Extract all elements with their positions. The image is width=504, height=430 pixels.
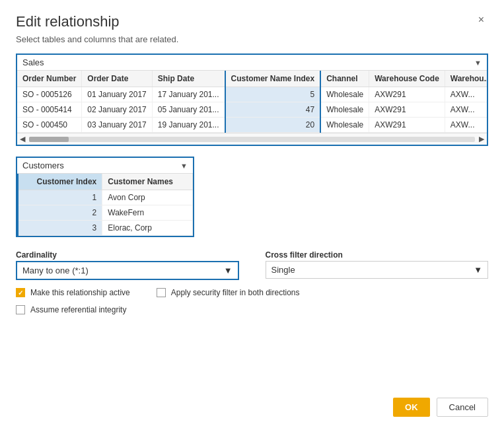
ship-date-2: 05 January 201... <box>152 102 225 118</box>
customer-name-1: Avon Corp <box>102 190 193 205</box>
sales-table-section: Sales ▼ Order Number Order Date Ship Dat… <box>16 54 488 146</box>
warehouse-abbr-2: AXW... <box>445 102 487 118</box>
customer-index-1: 1 <box>18 190 102 205</box>
order-num-2: SO - 0005414 <box>17 102 82 118</box>
crossfilter-value: Single <box>271 265 295 275</box>
customers-row-2: 2 WakeFern <box>18 205 193 221</box>
cardinality-arrow: ▼ <box>224 266 233 275</box>
cardinality-value: Many to one (*:1) <box>22 266 89 275</box>
warehouse-abbr-1: AXW... <box>445 87 487 102</box>
cni-2: 47 <box>225 102 321 118</box>
channel-2: Wholesale <box>320 102 369 118</box>
sales-dropdown[interactable]: Sales ▼ <box>17 55 487 71</box>
security-filter-label: Apply security filter in both directions <box>171 288 300 297</box>
warehouse-3: AXW291 <box>369 118 445 133</box>
ship-date-1: 17 January 201... <box>152 87 225 102</box>
channel-3: Wholesale <box>320 118 369 133</box>
dialog-subtitle: Select tables and columns that are relat… <box>16 34 488 44</box>
col-customer-names: Customer Names <box>102 174 193 190</box>
crossfilter-select[interactable]: Single ▼ <box>266 261 489 279</box>
col-ship-date: Ship Date <box>152 71 225 87</box>
scroll-left-arrow[interactable]: ◀ <box>20 135 25 143</box>
scroll-thumb[interactable] <box>29 137 69 142</box>
sales-dropdown-arrow[interactable]: ▼ <box>474 59 482 67</box>
referential-integrity-label: Assume referential integrity <box>30 305 126 314</box>
customer-name-3: Elorac, Corp <box>102 221 193 236</box>
sales-row-1: SO - 0005126 01 January 2017 17 January … <box>17 87 487 102</box>
sales-row-2: SO - 0005414 02 January 2017 05 January … <box>17 102 487 118</box>
customers-dropdown[interactable]: Customers ▼ <box>17 158 193 174</box>
sales-scrollbar[interactable]: ◀ ▶ <box>17 133 487 145</box>
col-warehouse-code: Warehouse Code <box>369 71 445 87</box>
customers-dropdown-arrow[interactable]: ▼ <box>180 162 188 170</box>
sales-data-table: Order Number Order Date Ship Date Custom… <box>17 71 487 133</box>
cardinality-group: Cardinality Many to one (*:1) ▼ <box>16 250 239 280</box>
crossfilter-label: Cross filter direction <box>266 250 489 260</box>
customers-row-1: 1 Avon Corp <box>18 190 193 205</box>
customers-header-row: Customer Index Customer Names <box>18 174 193 190</box>
referential-integrity-row: Assume referential integrity <box>16 305 488 314</box>
warehouse-2: AXW291 <box>369 102 445 118</box>
order-num-3: SO - 000450 <box>17 118 82 133</box>
channel-1: Wholesale <box>320 87 369 102</box>
active-relationship-label: Make this relationship active <box>30 288 130 297</box>
col-customer-name-index[interactable]: Customer Name Index <box>225 71 321 87</box>
col-customer-index[interactable]: Customer Index <box>18 174 102 190</box>
footer-buttons: OK Cancel <box>16 391 488 417</box>
crossfilter-group: Cross filter direction Single ▼ <box>266 250 489 280</box>
customer-name-2: WakeFern <box>102 205 193 221</box>
cni-1: 5 <box>225 87 321 102</box>
active-relationship-checkbox[interactable] <box>16 288 25 297</box>
close-button[interactable]: × <box>474 13 488 26</box>
referential-integrity-checkbox[interactable] <box>16 305 25 314</box>
col-order-date: Order Date <box>82 71 152 87</box>
security-filter-row: Apply security filter in both directions <box>157 288 300 297</box>
sales-header-row: Order Number Order Date Ship Date Custom… <box>17 71 487 87</box>
order-date-1: 01 January 2017 <box>82 87 152 102</box>
order-date-2: 02 January 2017 <box>82 102 152 118</box>
customers-table-section: Customers ▼ Customer Index Customer Name… <box>16 157 194 237</box>
scroll-right-arrow[interactable]: ▶ <box>479 135 484 143</box>
customers-data-table: Customer Index Customer Names 1 Avon Cor… <box>17 174 193 236</box>
cni-3: 20 <box>225 118 321 133</box>
col-channel: Channel <box>320 71 369 87</box>
edit-relationship-dialog: Edit relationship × Select tables and co… <box>0 0 504 430</box>
sales-table-wrapper: Order Number Order Date Ship Date Custom… <box>17 71 487 133</box>
checkboxes-row1: Make this relationship active Apply secu… <box>16 288 488 301</box>
scroll-track[interactable] <box>29 137 475 142</box>
crossfilter-arrow: ▼ <box>474 265 482 275</box>
customers-right-spacer <box>194 157 488 250</box>
col-order-number: Order Number <box>17 71 82 87</box>
cardinality-select[interactable]: Many to one (*:1) ▼ <box>16 261 239 280</box>
settings-row: Cardinality Many to one (*:1) ▼ Cross fi… <box>16 250 488 280</box>
order-num-1: SO - 0005126 <box>17 87 82 102</box>
ship-date-3: 19 January 201... <box>152 118 225 133</box>
sales-dropdown-value[interactable]: Sales <box>22 57 472 67</box>
customers-dropdown-value[interactable]: Customers <box>22 161 178 170</box>
warehouse-1: AXW291 <box>369 87 445 102</box>
col-warehouse-abbr: Warehou... <box>445 71 487 87</box>
warehouse-abbr-3: AXW... <box>445 118 487 133</box>
active-relationship-row: Make this relationship active <box>16 288 130 297</box>
order-date-3: 03 January 2017 <box>82 118 152 133</box>
ok-button[interactable]: OK <box>393 398 430 417</box>
customer-index-3: 3 <box>18 221 102 236</box>
dialog-header: Edit relationship × <box>16 13 488 30</box>
customer-index-2: 2 <box>18 205 102 221</box>
sales-row-3: SO - 000450 03 January 2017 19 January 2… <box>17 118 487 133</box>
dialog-title: Edit relationship <box>16 13 120 30</box>
cancel-button[interactable]: Cancel <box>437 398 488 417</box>
security-filter-checkbox[interactable] <box>157 288 166 297</box>
cardinality-label: Cardinality <box>16 250 239 260</box>
customers-row-3: 3 Elorac, Corp <box>18 221 193 236</box>
customers-wrapper: Customers ▼ Customer Index Customer Name… <box>16 157 488 250</box>
